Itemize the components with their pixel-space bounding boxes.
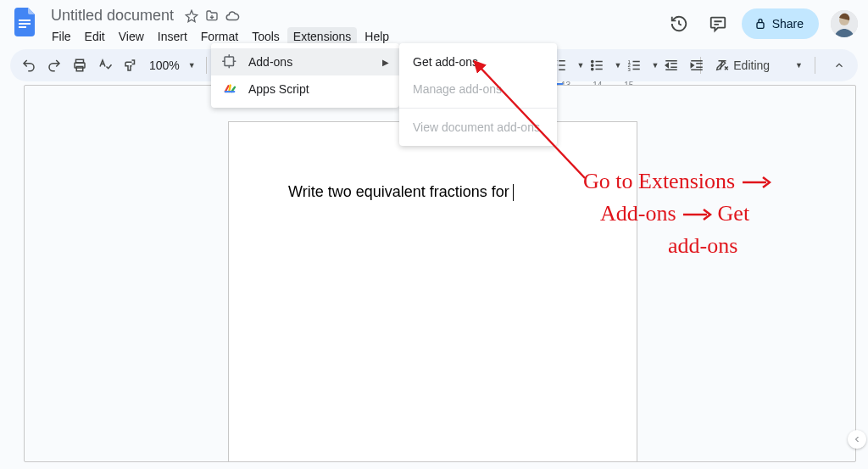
collapse-toolbar-button[interactable] <box>827 53 851 77</box>
redo-button[interactable] <box>42 53 66 77</box>
svg-text:3: 3 <box>628 67 632 72</box>
svg-rect-2 <box>19 26 26 28</box>
submenu-label: View document add-ons <box>413 120 540 134</box>
puzzle-icon <box>221 53 238 70</box>
extensions-menu: Add-ons ▶ Apps Script <box>211 43 399 108</box>
decrease-indent-button[interactable] <box>659 53 683 77</box>
menu-edit[interactable]: Edit <box>79 27 111 46</box>
move-icon[interactable] <box>204 8 220 24</box>
document-body-text[interactable]: Write two equivalent fractions for <box>288 183 514 201</box>
menu-item-label: Apps Script <box>248 82 309 96</box>
menu-item-apps-script[interactable]: Apps Script <box>211 75 399 103</box>
apps-script-icon <box>221 81 238 98</box>
star-icon[interactable] <box>184 8 199 24</box>
numbered-list-button[interactable]: 123 <box>622 53 646 77</box>
separator <box>815 57 815 74</box>
addons-submenu: Get add-ons Manage add-ons View document… <box>399 43 557 146</box>
menu-insert[interactable]: Insert <box>152 27 193 46</box>
share-button[interactable]: Share <box>742 8 819 39</box>
title-row: Untitled document <box>44 5 664 26</box>
zoom-value: 100% <box>149 59 180 72</box>
explore-button[interactable] <box>848 430 866 449</box>
zoom-dropdown[interactable]: 100%▼ <box>144 59 201 72</box>
svg-point-10 <box>592 64 593 66</box>
docs-logo-icon[interactable] <box>10 7 41 37</box>
text-content: Write two equivalent fractions for <box>288 183 509 201</box>
paint-format-button[interactable] <box>119 53 142 77</box>
header-right: Share <box>664 5 858 39</box>
submenu-label: Manage add-ons <box>413 82 502 96</box>
checklist-dropdown[interactable]: ▼ <box>573 53 583 77</box>
text-cursor <box>513 184 514 201</box>
submenu-view-document-addons: View document add-ons <box>399 114 557 141</box>
svg-rect-1 <box>19 23 31 25</box>
submenu-get-addons[interactable]: Get add-ons <box>399 48 557 75</box>
svg-point-11 <box>592 68 593 70</box>
submenu-manage-addons: Manage add-ons <box>399 75 557 103</box>
history-icon[interactable] <box>664 8 694 39</box>
document-page[interactable]: Write two equivalent fractions for <box>228 121 637 462</box>
separator <box>206 57 207 74</box>
spellcheck-button[interactable] <box>93 53 117 77</box>
undo-button[interactable] <box>17 53 41 77</box>
caret-down-icon: ▼ <box>795 61 803 70</box>
cloud-status-icon[interactable] <box>225 8 240 24</box>
comments-icon[interactable] <box>703 8 733 39</box>
svg-rect-0 <box>19 20 31 21</box>
svg-rect-3 <box>757 23 764 29</box>
caret-down-icon: ▼ <box>188 61 196 70</box>
menu-item-addons[interactable]: Add-ons ▶ <box>211 48 399 75</box>
account-avatar[interactable] <box>831 10 858 37</box>
svg-point-9 <box>592 60 593 62</box>
menu-item-label: Add-ons <box>248 55 292 69</box>
header: Untitled document File Edit View Insert … <box>0 0 868 46</box>
clear-formatting-button[interactable] <box>710 53 734 77</box>
header-center: Untitled document File Edit View Insert … <box>44 5 664 46</box>
chevron-right-icon: ▶ <box>382 58 389 67</box>
separator <box>399 108 557 109</box>
share-label: Share <box>772 17 804 31</box>
document-title[interactable]: Untitled document <box>46 5 179 26</box>
vertical-ruler[interactable] <box>8 88 24 462</box>
menu-view[interactable]: View <box>113 27 150 46</box>
increase-indent-button[interactable] <box>685 53 709 77</box>
submenu-label: Get add-ons <box>413 55 478 69</box>
numbered-list-dropdown[interactable]: ▼ <box>648 53 658 77</box>
svg-rect-15 <box>225 57 234 66</box>
mode-label: Editing <box>733 59 770 72</box>
bulleted-list-dropdown[interactable]: ▼ <box>610 53 620 77</box>
bulleted-list-button[interactable] <box>585 53 609 77</box>
print-button[interactable] <box>68 53 92 77</box>
menu-file[interactable]: File <box>46 27 77 46</box>
